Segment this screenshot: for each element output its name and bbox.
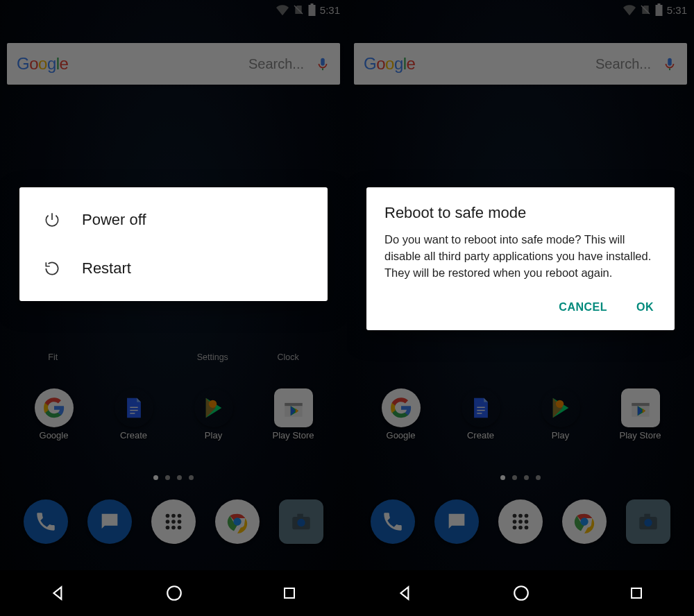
svg-rect-27: [285, 588, 294, 598]
nav-recent-icon[interactable]: [281, 585, 298, 601]
dialog-title: Reboot to safe mode: [384, 204, 657, 222]
phone-screenshot-right: 5:31 Google Search... Google Create Play…: [347, 0, 694, 616]
power-menu-dialog: Power off Restart: [19, 187, 328, 301]
nav-back-icon[interactable]: [396, 584, 414, 602]
nav-home-icon[interactable]: [512, 584, 530, 602]
svg-point-53: [514, 586, 528, 600]
restart-button[interactable]: Restart: [19, 244, 328, 293]
navigation-bar: [347, 570, 694, 616]
ok-button[interactable]: OK: [634, 297, 657, 318]
nav-back-icon[interactable]: [49, 584, 67, 602]
navigation-bar: [0, 570, 347, 616]
restart-icon: [43, 259, 61, 277]
dialog-actions: CANCEL OK: [384, 297, 657, 318]
power-off-label: Power off: [82, 211, 146, 229]
restart-label: Restart: [82, 259, 131, 277]
svg-rect-54: [632, 588, 641, 598]
nav-recent-icon[interactable]: [628, 585, 645, 601]
svg-point-26: [167, 586, 181, 600]
phone-screenshot-left: 5:31 Google Search... Fit Settings Clock…: [0, 0, 347, 616]
cancel-button[interactable]: CANCEL: [556, 297, 610, 318]
dim-overlay: [0, 0, 347, 616]
safe-mode-dialog: Reboot to safe mode Do you want to reboo…: [366, 187, 675, 330]
nav-home-icon[interactable]: [165, 584, 183, 602]
power-off-button[interactable]: Power off: [19, 196, 328, 244]
power-icon: [43, 211, 61, 229]
dialog-body: Do you want to reboot into safe mode? Th…: [384, 232, 657, 282]
